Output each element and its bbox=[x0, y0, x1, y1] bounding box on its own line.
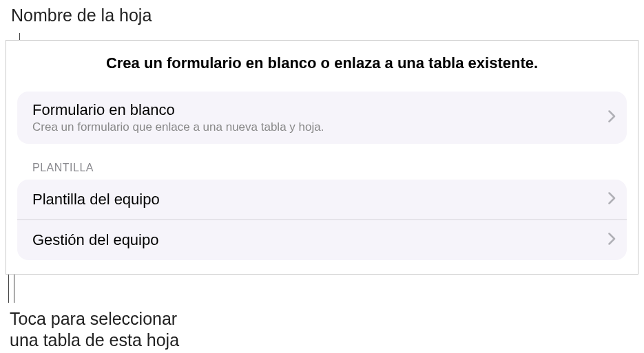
blank-form-text: Formulario en blanco Crea un formulario … bbox=[32, 101, 324, 134]
table-row-label: Gestión del equipo bbox=[32, 231, 158, 249]
blank-form-subtitle: Crea un formulario que enlace a una nuev… bbox=[32, 120, 324, 134]
blank-form-title: Formulario en blanco bbox=[32, 101, 324, 119]
callout-tap-select: Toca para seleccionar una tabla de esta … bbox=[10, 308, 179, 352]
callout-sheet-name: Nombre de la hoja bbox=[11, 6, 152, 25]
chevron-right-icon bbox=[608, 231, 616, 249]
callout-tap-select-line1: Toca para seleccionar bbox=[10, 308, 179, 330]
section-header-plantilla: PLANTILLA bbox=[32, 162, 627, 174]
tables-group: Plantilla del equipo Gestión del equipo bbox=[17, 180, 627, 260]
blank-form-group: Formulario en blanco Crea un formulario … bbox=[17, 92, 627, 144]
table-row-plantilla-equipo[interactable]: Plantilla del equipo bbox=[17, 180, 627, 220]
blank-form-row[interactable]: Formulario en blanco Crea un formulario … bbox=[17, 92, 627, 144]
table-row-label: Plantilla del equipo bbox=[32, 191, 160, 208]
table-row-gestion-equipo[interactable]: Gestión del equipo bbox=[17, 220, 627, 260]
form-creation-panel: Crea un formulario en blanco o enlaza a … bbox=[6, 40, 638, 275]
chevron-right-icon bbox=[608, 109, 616, 127]
callout-tap-select-line2: una tabla de esta hoja bbox=[10, 330, 179, 351]
chevron-right-icon bbox=[608, 191, 616, 208]
panel-title: Crea un formulario en blanco o enlaza a … bbox=[17, 54, 627, 72]
